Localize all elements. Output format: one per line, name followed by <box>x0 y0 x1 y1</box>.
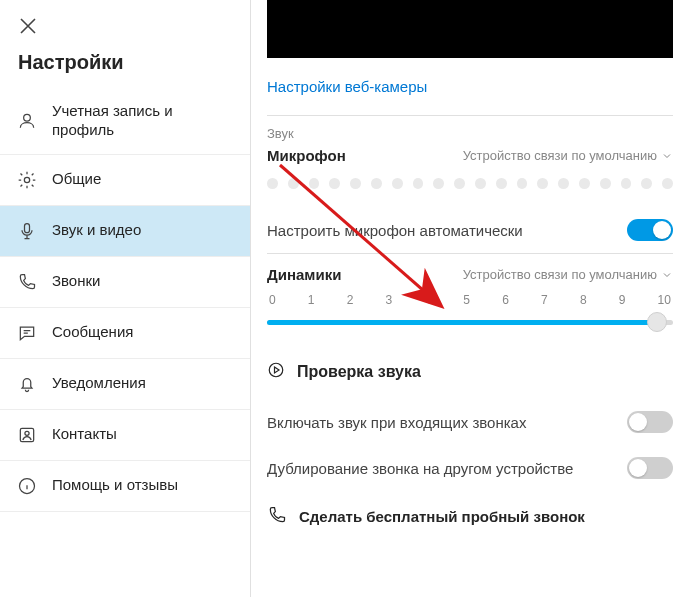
svg-point-6 <box>269 363 283 377</box>
chevron-down-icon <box>661 150 673 162</box>
nav-label: Контакты <box>52 425 117 444</box>
nav-item-calling[interactable]: Звонки <box>0 257 250 308</box>
free-test-call-button[interactable]: Сделать бесплатный пробный звонок <box>265 491 675 538</box>
nav-item-help[interactable]: Помощь и отзывы <box>0 461 250 512</box>
gear-icon <box>16 169 38 191</box>
secondary-ring-label: Дублирование звонка на другом устройстве <box>267 460 573 477</box>
phone-icon <box>16 271 38 293</box>
free-test-call-label: Сделать бесплатный пробный звонок <box>299 508 585 525</box>
nav-label: Сообщения <box>52 323 133 342</box>
nav-item-contacts[interactable]: Контакты <box>0 410 250 461</box>
slider-thumb[interactable] <box>647 312 667 332</box>
phone-icon <box>267 505 287 528</box>
nav-item-general[interactable]: Общие <box>0 155 250 206</box>
webcam-settings-link[interactable]: Настройки веб-камеры <box>265 76 429 115</box>
settings-sidebar: Настройки Учетная запись и профиль Общие… <box>0 0 251 597</box>
nav-item-messaging[interactable]: Сообщения <box>0 308 250 359</box>
nav-label: Помощь и отзывы <box>52 476 178 495</box>
svg-point-0 <box>24 114 31 121</box>
close-icon[interactable] <box>16 14 40 38</box>
microphone-icon <box>16 220 38 242</box>
settings-main: Настройки веб-камеры Звук Микрофон Устро… <box>251 0 689 597</box>
bell-icon <box>16 373 38 395</box>
info-icon <box>16 475 38 497</box>
nav-item-audio-video[interactable]: Звук и видео <box>0 206 250 257</box>
settings-nav: Учетная запись и профиль Общие Звук и ви… <box>0 88 250 512</box>
speakers-label: Динамики <box>267 266 341 283</box>
microphone-device-select[interactable]: Устройство связи по умолчанию <box>463 148 673 163</box>
settings-title: Настройки <box>0 49 250 88</box>
nav-label: Учетная запись и профиль <box>52 102 234 140</box>
speakers-device-select[interactable]: Устройство связи по умолчанию <box>463 267 673 282</box>
mic-auto-adjust-toggle[interactable] <box>627 219 673 241</box>
nav-label: Общие <box>52 170 101 189</box>
webcam-preview <box>267 0 673 58</box>
test-audio-label: Проверка звука <box>297 363 421 381</box>
speakers-volume-ticks: 012345678910 <box>267 293 673 307</box>
sound-section-label: Звук <box>267 126 673 141</box>
chat-icon <box>16 322 38 344</box>
speakers-volume-slider[interactable] <box>267 311 673 333</box>
microphone-level-meter <box>265 170 675 207</box>
incoming-ring-label: Включать звук при входящих звонках <box>267 414 526 431</box>
speakers-device-value: Устройство связи по умолчанию <box>463 267 657 282</box>
svg-point-4 <box>25 431 29 435</box>
test-audio-button[interactable]: Проверка звука <box>265 351 675 399</box>
nav-label: Уведомления <box>52 374 146 393</box>
microphone-device-value: Устройство связи по умолчанию <box>463 148 657 163</box>
divider <box>267 115 673 116</box>
mic-auto-adjust-label: Настроить микрофон автоматически <box>267 222 523 239</box>
nav-label: Звук и видео <box>52 221 141 240</box>
svg-rect-2 <box>25 223 30 232</box>
play-icon <box>267 361 285 383</box>
microphone-label: Микрофон <box>267 147 346 164</box>
incoming-ring-toggle[interactable] <box>627 411 673 433</box>
chevron-down-icon <box>661 269 673 281</box>
nav-label: Звонки <box>52 272 100 291</box>
person-icon <box>16 110 38 132</box>
svg-point-1 <box>24 177 29 182</box>
contacts-icon <box>16 424 38 446</box>
nav-item-notifications[interactable]: Уведомления <box>0 359 250 410</box>
secondary-ring-toggle[interactable] <box>627 457 673 479</box>
nav-item-account[interactable]: Учетная запись и профиль <box>0 88 250 155</box>
